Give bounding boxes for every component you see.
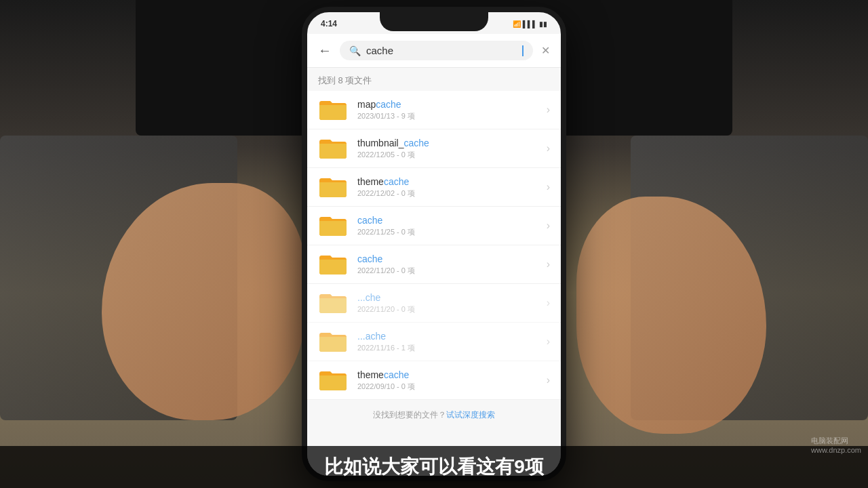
name-highlight: ...ache bbox=[357, 331, 386, 342]
search-input[interactable]: cache bbox=[366, 45, 516, 56]
file-name: cache bbox=[357, 215, 547, 226]
file-name: cache bbox=[357, 253, 547, 264]
name-prefix: map bbox=[357, 99, 376, 110]
phone: 4:14 🔔 📧 ● 🅱 📶 ▌▌▌ ▮▮ ← 🔍 cache bbox=[302, 7, 566, 481]
folder-icon bbox=[318, 329, 348, 354]
folder-icon bbox=[318, 252, 348, 277]
file-info: themecache 2022/12/02 - 0 项 bbox=[357, 176, 547, 199]
chevron-right-icon: › bbox=[547, 181, 550, 193]
name-prefix: theme bbox=[357, 369, 384, 380]
name-highlight: ...che bbox=[357, 292, 380, 303]
chevron-right-icon: › bbox=[547, 297, 550, 309]
file-meta: 2022/12/02 - 0 项 bbox=[357, 188, 547, 199]
file-name: themecache bbox=[357, 369, 547, 380]
signal-icon: ▌▌▌ bbox=[523, 20, 537, 28]
file-info: mapcache 2023/01/13 - 9 项 bbox=[357, 99, 547, 121]
file-info: ...che 2022/11/20 - 0 项 bbox=[357, 292, 547, 314]
phone-content: ← 🔍 cache ✕ 找到 8 项文件 bbox=[307, 34, 561, 476]
file-name: ...che bbox=[357, 292, 547, 303]
file-info: cache 2022/11/25 - 0 项 bbox=[357, 215, 547, 237]
name-highlight: cache bbox=[404, 138, 429, 148]
folder-icon bbox=[318, 175, 348, 199]
file-meta: 2023/01/13 - 9 项 bbox=[357, 111, 547, 121]
chevron-right-icon: › bbox=[547, 374, 550, 386]
search-box[interactable]: 🔍 cache bbox=[340, 41, 533, 60]
file-info: cache 2022/11/20 - 0 项 bbox=[357, 253, 547, 276]
subtitle: 比如说大家可以看这有9项 bbox=[0, 446, 868, 488]
file-meta: 2022/11/16 - 1 项 bbox=[357, 343, 547, 353]
file-info: themecache 2022/09/10 - 0 项 bbox=[357, 369, 547, 392]
chevron-right-icon: › bbox=[547, 104, 550, 116]
text-cursor bbox=[522, 45, 524, 56]
hint-text: 没找到想要的文件？ bbox=[373, 410, 446, 420]
list-item[interactable]: thumbnail_cache 2022/12/05 - 0 项 › bbox=[307, 129, 561, 168]
bottom-hint: 没找到想要的文件？试试深度搜索 bbox=[307, 400, 561, 430]
file-meta: 2022/11/20 - 0 项 bbox=[357, 266, 547, 276]
chevron-right-icon: › bbox=[547, 258, 550, 270]
wifi-icon: 📶 bbox=[513, 20, 521, 28]
chevron-right-icon: › bbox=[547, 142, 550, 155]
folder-icon bbox=[318, 214, 348, 238]
phone-body: 4:14 🔔 📧 ● 🅱 📶 ▌▌▌ ▮▮ ← 🔍 cache bbox=[302, 7, 566, 481]
back-button[interactable]: ← bbox=[318, 43, 332, 58]
list-item[interactable]: cache 2022/11/20 - 0 项 › bbox=[307, 245, 561, 284]
file-name: themecache bbox=[357, 176, 547, 187]
list-item[interactable]: ...che 2022/11/20 - 0 项 › bbox=[307, 284, 561, 323]
notch bbox=[380, 12, 488, 31]
folder-icon bbox=[318, 98, 348, 122]
file-name: mapcache bbox=[357, 99, 547, 110]
name-highlight: cache bbox=[384, 369, 409, 380]
clear-button[interactable]: ✕ bbox=[541, 44, 550, 57]
file-name: ...ache bbox=[357, 331, 547, 342]
file-meta: 2022/11/25 - 0 项 bbox=[357, 227, 547, 237]
name-highlight: cache bbox=[357, 253, 382, 264]
file-meta: 2022/11/20 - 0 项 bbox=[357, 304, 547, 314]
folder-icon bbox=[318, 291, 348, 315]
status-right: 📶 ▌▌▌ ▮▮ bbox=[513, 20, 547, 28]
results-count: 找到 8 项文件 bbox=[307, 68, 561, 91]
file-info: thumbnail_cache 2022/12/05 - 0 项 bbox=[357, 138, 547, 160]
file-list: mapcache 2023/01/13 - 9 项 › bbox=[307, 91, 561, 400]
list-item[interactable]: themecache 2022/12/02 - 0 项 › bbox=[307, 168, 561, 207]
name-prefix: thumbnail_ bbox=[357, 138, 404, 148]
search-icon: 🔍 bbox=[349, 45, 361, 56]
list-item[interactable]: cache 2022/11/25 - 0 项 › bbox=[307, 207, 561, 245]
file-info: ...ache 2022/11/16 - 1 项 bbox=[357, 331, 547, 353]
battery-icon: ▮▮ bbox=[539, 20, 547, 28]
name-highlight: cache bbox=[384, 176, 409, 187]
deep-search-link[interactable]: 试试深度搜索 bbox=[446, 410, 495, 420]
file-meta: 2022/09/10 - 0 项 bbox=[357, 382, 547, 392]
name-highlight: cache bbox=[376, 99, 401, 110]
name-prefix: theme bbox=[357, 176, 384, 187]
watermark: 电脑装配网www.dnzp.com bbox=[811, 436, 861, 454]
file-name: thumbnail_cache bbox=[357, 138, 547, 148]
search-area: ← 🔍 cache ✕ bbox=[307, 34, 561, 68]
folder-icon bbox=[318, 368, 348, 392]
list-item[interactable]: mapcache 2023/01/13 - 9 项 › bbox=[307, 91, 561, 129]
list-item[interactable]: ...ache 2022/11/16 - 1 项 › bbox=[307, 323, 561, 361]
chevron-right-icon: › bbox=[547, 336, 550, 348]
file-meta: 2022/12/05 - 0 项 bbox=[357, 150, 547, 160]
chevron-right-icon: › bbox=[547, 220, 550, 232]
folder-icon bbox=[318, 136, 348, 161]
status-time: 4:14 bbox=[321, 19, 337, 28]
list-item[interactable]: themecache 2022/09/10 - 0 项 › bbox=[307, 361, 561, 400]
name-highlight: cache bbox=[357, 215, 382, 226]
